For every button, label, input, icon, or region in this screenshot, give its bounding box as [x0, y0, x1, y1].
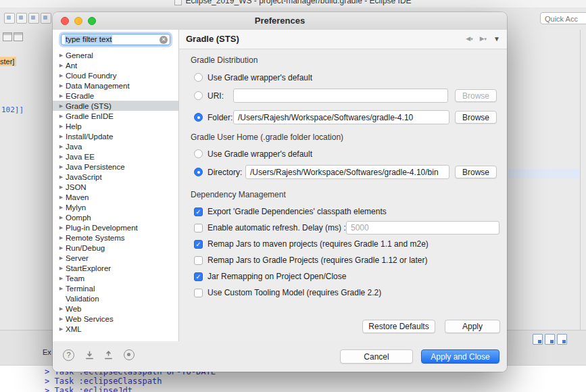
- tree-item-java-ee[interactable]: ▶Java EE: [53, 151, 178, 162]
- tree-item-run-debug[interactable]: ▶Run/Debug: [53, 243, 178, 253]
- uri-radio[interactable]: [194, 91, 203, 100]
- tree-item-install-update[interactable]: ▶Install/Update: [53, 131, 178, 141]
- directory-radio[interactable]: [194, 168, 203, 176]
- checkbox[interactable]: [194, 289, 203, 297]
- tree-item-java[interactable]: ▶Java: [53, 141, 178, 151]
- expand-arrow-icon[interactable]: ▶: [57, 255, 65, 261]
- expand-arrow-icon[interactable]: ▶: [57, 124, 65, 129]
- checkbox[interactable]: ✓: [194, 272, 203, 281]
- preference-recorder-icon[interactable]: [124, 349, 135, 360]
- project-explorer-fragment[interactable]: ster]: [0, 57, 16, 66]
- tree-item-java-persistence[interactable]: ▶Java Persistence: [53, 162, 178, 172]
- home-wrapper-default-radio[interactable]: [194, 149, 203, 158]
- expand-arrow-icon[interactable]: ▶: [57, 215, 65, 220]
- tree-item-gradle-enide[interactable]: ▶Gradle EnIDE: [53, 111, 178, 121]
- minimize-view-icon[interactable]: [3, 32, 12, 41]
- tree-item-help[interactable]: ▶Help: [53, 121, 178, 131]
- tree-item-data-management[interactable]: ▶Data Management: [53, 80, 178, 91]
- expand-arrow-icon[interactable]: ▶: [57, 164, 65, 170]
- expand-arrow-icon[interactable]: ▶: [57, 195, 65, 200]
- maximize-view-icon[interactable]: [14, 32, 23, 41]
- import-preferences-icon[interactable]: [84, 349, 95, 361]
- tree-item-xml[interactable]: ▶XML: [53, 324, 178, 334]
- cancel-button[interactable]: Cancel: [340, 349, 413, 364]
- tree-item-maven[interactable]: ▶Maven: [53, 192, 178, 202]
- quick-access-box[interactable]: Quick Acc: [540, 12, 586, 24]
- expand-arrow-icon[interactable]: ▶: [57, 205, 65, 210]
- tree-item-startexplorer[interactable]: ▶StartExplorer: [53, 263, 178, 273]
- checkbox[interactable]: ✓: [194, 240, 203, 249]
- tree-item-javascript[interactable]: ▶JavaScript: [53, 172, 178, 182]
- expand-arrow-icon[interactable]: ▶: [57, 53, 65, 58]
- expand-arrow-icon[interactable]: ▶: [57, 103, 65, 109]
- export-preferences-icon[interactable]: [103, 349, 114, 361]
- expand-arrow-icon[interactable]: ▶: [57, 276, 65, 281]
- expand-arrow-icon[interactable]: ▶: [57, 63, 65, 68]
- tree-item-remote-systems[interactable]: ▶Remote Systems: [53, 232, 178, 243]
- help-icon[interactable]: ?: [63, 349, 74, 361]
- tree-item-server[interactable]: ▶Server: [53, 253, 178, 263]
- console-action-icon-1[interactable]: [533, 334, 543, 345]
- checkbox[interactable]: [194, 256, 203, 265]
- expand-arrow-icon[interactable]: ▶: [57, 83, 65, 89]
- directory-browse-button[interactable]: Browse: [455, 166, 497, 178]
- tree-item-label: JavaScript: [66, 173, 102, 181]
- wrapper-default-radio[interactable]: [194, 73, 203, 82]
- tree-item-oomph[interactable]: ▶Oomph: [53, 212, 178, 222]
- toolbar-icon[interactable]: [16, 13, 27, 24]
- apply-and-close-button[interactable]: Apply and Close: [421, 349, 499, 364]
- expand-arrow-icon[interactable]: ▶: [57, 185, 65, 190]
- expand-arrow-icon[interactable]: ▶: [57, 235, 65, 241]
- expand-arrow-icon[interactable]: ▶: [57, 225, 65, 230]
- back-arrow-icon[interactable]: ◀▾: [466, 35, 472, 43]
- tree-item-egradle[interactable]: ▶EGradle: [53, 91, 178, 101]
- tree-item-validation[interactable]: Validation: [53, 293, 178, 303]
- expand-arrow-icon[interactable]: ▶: [57, 326, 65, 332]
- expand-arrow-icon[interactable]: ▶: [57, 114, 65, 119]
- expand-arrow-icon[interactable]: ▶: [57, 144, 65, 149]
- tree-item-terminal[interactable]: ▶Terminal: [53, 283, 178, 293]
- tree-item-ant[interactable]: ▶Ant: [53, 60, 178, 70]
- tree-item-team[interactable]: ▶Team: [53, 273, 178, 283]
- uri-input[interactable]: [233, 89, 448, 103]
- checkbox[interactable]: ✓: [194, 207, 203, 216]
- refresh-delay-input[interactable]: [346, 221, 499, 235]
- expand-arrow-icon[interactable]: ▶: [57, 316, 65, 322]
- console-action-icon-3[interactable]: [557, 334, 567, 345]
- uri-browse-button[interactable]: Browse: [455, 89, 497, 102]
- tree-item-gradle-sts[interactable]: ▶Gradle (STS): [53, 101, 178, 111]
- toolbar-icon[interactable]: [28, 13, 39, 24]
- toolbar-icon[interactable]: [4, 13, 15, 24]
- expand-arrow-icon[interactable]: ▶: [57, 286, 65, 291]
- expand-arrow-icon[interactable]: ▶: [57, 174, 65, 180]
- tree-item-web[interactable]: ▶Web: [53, 303, 178, 314]
- expand-arrow-icon[interactable]: ▶: [57, 93, 65, 99]
- expand-arrow-icon[interactable]: ▶: [57, 134, 65, 139]
- folder-input[interactable]: [233, 110, 449, 124]
- apply-button[interactable]: Apply: [445, 320, 500, 333]
- tree-item-cloud-foundry[interactable]: ▶Cloud Foundry: [53, 70, 178, 80]
- folder-radio[interactable]: [194, 113, 203, 122]
- expand-arrow-icon[interactable]: ▶: [57, 245, 65, 251]
- restore-defaults-button[interactable]: Restore Defaults: [362, 320, 435, 333]
- folder-browse-button[interactable]: Browse: [455, 111, 497, 124]
- filter-text[interactable]: type filter text: [65, 35, 112, 44]
- console-action-icon-2[interactable]: [545, 334, 555, 345]
- directory-input[interactable]: [245, 165, 449, 179]
- dialog-titlebar[interactable]: Preferences: [53, 12, 507, 30]
- checkbox[interactable]: [194, 224, 203, 232]
- tree-item-plug-in-development[interactable]: ▶Plug-in Development: [53, 222, 178, 232]
- toolbar-icon[interactable]: [41, 13, 51, 24]
- tree-item-json[interactable]: ▶JSON: [53, 182, 178, 192]
- expand-arrow-icon[interactable]: ▶: [57, 73, 65, 78]
- expand-arrow-icon[interactable]: ▶: [57, 306, 65, 312]
- view-menu-icon[interactable]: ▼: [493, 36, 500, 43]
- clear-filter-icon[interactable]: ✕: [160, 36, 168, 44]
- tree-item-web-services[interactable]: ▶Web Services: [53, 314, 178, 324]
- forward-arrow-icon[interactable]: ▶▾: [480, 35, 487, 43]
- tree-item-mylyn[interactable]: ▶Mylyn: [53, 202, 178, 212]
- filter-input[interactable]: type filter text ✕: [61, 34, 170, 45]
- expand-arrow-icon[interactable]: ▶: [57, 266, 65, 271]
- expand-arrow-icon[interactable]: ▶: [57, 154, 65, 160]
- tree-item-general[interactable]: ▶General: [53, 50, 178, 60]
